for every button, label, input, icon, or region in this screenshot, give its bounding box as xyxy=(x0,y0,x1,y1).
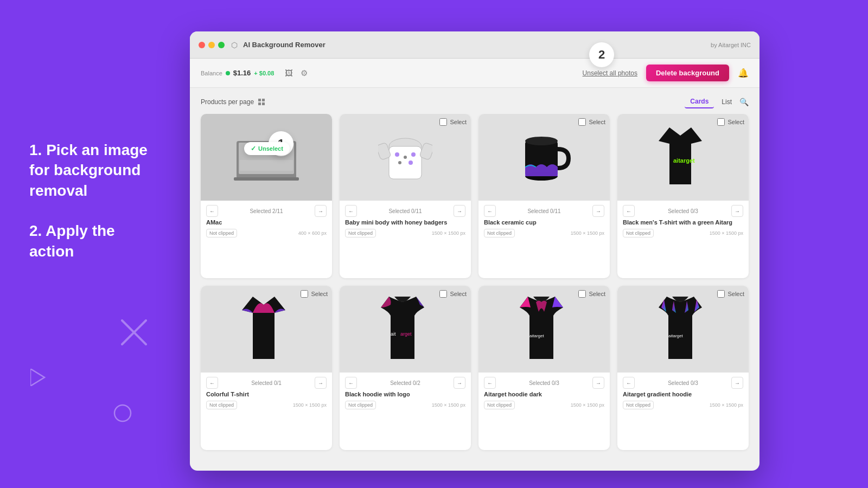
card-7-next-btn[interactable]: → xyxy=(592,377,604,389)
card-3-next-btn[interactable]: → xyxy=(592,205,604,217)
card-2-status: Not clipped xyxy=(345,229,376,237)
card-5-status: Not clipped xyxy=(206,401,237,409)
settings-icon[interactable]: ⚙ xyxy=(301,68,308,78)
card-8-bottom: ← Selected 0/3 → Aitarget gradient hoodi… xyxy=(617,373,749,414)
card-1-dimensions: 400 × 600 px xyxy=(298,230,327,236)
card-5-image: Select xyxy=(201,286,332,373)
card-3-image: Select xyxy=(478,114,610,201)
top-bar-right: Unselect all photos Delete background 🔔 xyxy=(583,65,749,81)
card-7-select-label: Select xyxy=(589,291,605,297)
card-8-prev-btn[interactable]: ← xyxy=(623,377,635,389)
card-7-checkbox[interactable] xyxy=(578,290,586,298)
baby-body-image xyxy=(378,127,432,187)
app-window: ⬡ AI Background Remover by Aitarget INC … xyxy=(190,31,760,471)
list-view-button[interactable]: List xyxy=(716,96,737,108)
tshirt-black-image: aitarget xyxy=(653,127,713,187)
by-label: by Aitarget INC xyxy=(711,42,751,48)
top-bar-icons: 🖼 ⚙ xyxy=(285,68,308,78)
card-5-checkbox[interactable] xyxy=(301,290,308,298)
card-2-action-row: ← Selected 0/11 → xyxy=(345,205,465,217)
card-2-select-label: Select xyxy=(450,119,467,125)
card-8-action-row: ← Selected 0/3 → xyxy=(623,377,743,389)
card-7-prev-btn[interactable]: ← xyxy=(484,377,496,389)
card-6-checkbox[interactable] xyxy=(439,290,447,298)
card-3-prev-btn[interactable]: ← xyxy=(484,205,496,217)
svg-rect-6 xyxy=(258,102,261,105)
unselect-bubble[interactable]: ✓ Unselect xyxy=(244,142,290,155)
card-6-tags: Not clipped 1500 × 1500 px xyxy=(345,401,465,409)
card-2-checkbox[interactable] xyxy=(439,118,447,126)
card-1-prev-btn[interactable]: ← xyxy=(206,205,218,217)
balance-green-dot xyxy=(226,71,230,75)
card-4-next-btn[interactable]: → xyxy=(731,205,743,217)
card-4-dimensions: 1500 × 1500 px xyxy=(710,230,743,236)
card-6-image: Select ait arget xyxy=(340,286,471,373)
card-4-checkbox[interactable] xyxy=(717,118,725,126)
toolbar-row: Products per page Cards List 🔍 xyxy=(190,88,760,114)
card-2-next-btn[interactable]: → xyxy=(454,205,465,217)
card-7-dimensions: 1500 × 1500 px xyxy=(571,402,604,408)
cards-view-button[interactable]: Cards xyxy=(685,95,714,108)
card-6-select-label: Select xyxy=(450,291,467,297)
dot-green xyxy=(218,42,225,48)
card-6-prev-btn[interactable]: ← xyxy=(345,377,357,389)
photo-icon[interactable]: 🖼 xyxy=(285,68,293,78)
bell-icon[interactable]: 🔔 xyxy=(738,68,749,78)
card-1-status: Not clipped xyxy=(206,229,237,237)
card-7-status: Not clipped xyxy=(484,401,515,409)
card-1-tags: Not clipped 400 × 600 px xyxy=(206,229,327,237)
balance-section: Balance $1.16 + $0.08 xyxy=(201,69,274,77)
step-badge-2: 2 xyxy=(589,42,614,67)
card-8-next-btn[interactable]: → xyxy=(731,377,743,389)
card-5-count: Selected 0/1 xyxy=(251,380,282,386)
card-7-image: Select aitarget xyxy=(478,286,610,373)
cards-grid: ✓ Unselect ← Selected 2/11 → AMac Not cl… xyxy=(190,114,760,461)
card-2-prev-btn[interactable]: ← xyxy=(345,205,357,217)
card-8-status: Not clipped xyxy=(623,401,654,409)
product-card-2: Select ← xyxy=(340,114,471,278)
card-4-prev-btn[interactable]: ← xyxy=(623,205,635,217)
unselect-all-button[interactable]: Unselect all photos xyxy=(583,69,637,77)
card-6-status: Not clipped xyxy=(345,401,376,409)
title-bar: ⬡ AI Background Remover by Aitarget INC xyxy=(190,31,760,59)
product-card-8: Select xyxy=(617,286,749,450)
svg-point-16 xyxy=(411,152,416,157)
product-card-7: Select aitarget ← Selected 0/3 → xyxy=(478,286,610,450)
card-8-count: Selected 0/3 xyxy=(668,380,698,386)
card-6-next-btn[interactable]: → xyxy=(454,377,465,389)
svg-point-22 xyxy=(525,137,558,145)
step-2-text: 2. Apply the action xyxy=(29,221,158,262)
balance-label: Balance xyxy=(201,70,222,76)
card-8-select-row: Select xyxy=(717,290,744,298)
card-6-bottom: ← Selected 0/2 → Black hoodie with logo … xyxy=(340,373,471,414)
card-8-title: Aitarget gradient hoodie xyxy=(623,391,743,397)
card-5-prev-btn[interactable]: ← xyxy=(206,377,218,389)
card-4-bottom: ← Selected 0/3 → Black men's T-shirt wit… xyxy=(617,201,749,242)
app-icon: ⬡ xyxy=(231,41,238,49)
card-5-next-btn[interactable]: → xyxy=(315,377,327,389)
card-3-tags: Not clipped 1500 × 1500 px xyxy=(484,229,604,237)
svg-rect-4 xyxy=(258,99,261,101)
card-5-select-row: Select xyxy=(301,290,328,298)
svg-text:aitarget: aitarget xyxy=(529,333,544,338)
card-1-count: Selected 2/11 xyxy=(250,208,283,214)
products-per-page: Products per page xyxy=(201,98,266,106)
card-8-checkbox[interactable] xyxy=(717,290,725,298)
card-2-count: Selected 0/11 xyxy=(388,208,422,214)
search-button[interactable]: 🔍 xyxy=(739,98,749,106)
card-5-action-row: ← Selected 0/1 → xyxy=(206,377,327,389)
card-7-count: Selected 0/3 xyxy=(529,380,559,386)
svg-text:ait: ait xyxy=(391,331,396,337)
product-card-6: Select ait arget ← Sel xyxy=(340,286,471,450)
svg-rect-7 xyxy=(262,102,265,105)
product-card-5: Select ← Selected 0/1 → Colorful T-shirt xyxy=(201,286,332,450)
card-1-next-btn[interactable]: → xyxy=(315,205,327,217)
card-6-title: Black hoodie with logo xyxy=(345,391,465,397)
card-4-action-row: ← Selected 0/3 → xyxy=(623,205,743,217)
svg-text:arget: arget xyxy=(400,331,412,337)
card-3-checkbox[interactable] xyxy=(578,118,586,126)
deco-play-icon xyxy=(30,369,46,386)
check-icon: ✓ xyxy=(251,145,256,152)
delete-background-button[interactable]: Delete background xyxy=(646,65,729,81)
svg-rect-10 xyxy=(234,177,299,181)
